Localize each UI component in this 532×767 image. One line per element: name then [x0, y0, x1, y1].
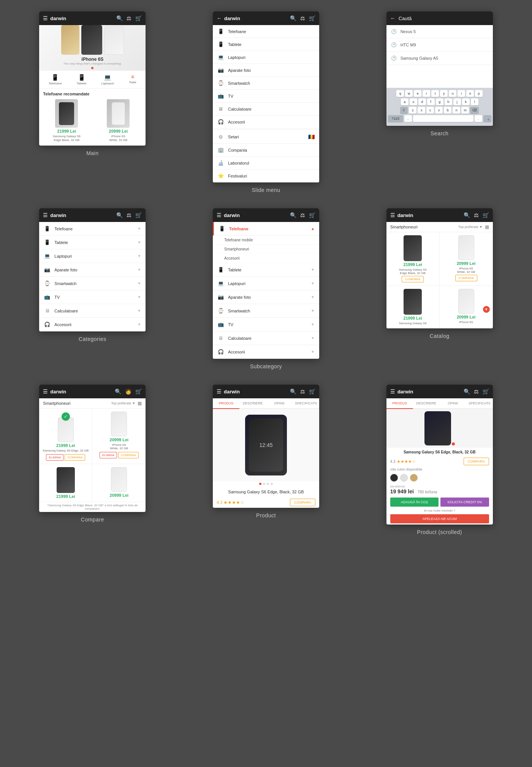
- compare-card-1[interactable]: ✓ 21999 Lei Samsung Galaxy S6 Edge, 32 G…: [39, 409, 92, 464]
- subcat-accesorii[interactable]: 🎧 Accesorii ▼: [213, 345, 319, 359]
- product-compare-btn[interactable]: COMPARA: [290, 499, 315, 506]
- compare-icon-catalog[interactable]: ⚖: [474, 212, 479, 218]
- cat-tab-telefoane[interactable]: 📱 Telefoane: [49, 74, 62, 85]
- menu-item-festivaluri[interactable]: ⭐ Festivaluri: [213, 170, 319, 182]
- compare-card-4[interactable]: 20999 Lei: [92, 464, 146, 502]
- key-shift[interactable]: ⇧: [400, 107, 408, 114]
- key-backspace[interactable]: ⌫: [470, 107, 479, 114]
- subcat-smartwatch[interactable]: ⌚ Smartwatch ▼: [213, 304, 319, 318]
- hamburger-subcategory[interactable]: ☰: [217, 212, 222, 218]
- catalog-card-3[interactable]: 21999 Lei Samsung Galaxy S6: [386, 286, 440, 328]
- add-cart-btn[interactable]: ADAUGĂ ÎN COȘ: [390, 498, 439, 507]
- search-icon-sub[interactable]: 🔍: [290, 212, 296, 218]
- tab-produs-ps[interactable]: PRODUS: [386, 398, 413, 409]
- key-period[interactable]: .: [475, 115, 482, 122]
- hamburger-icon[interactable]: ☰: [43, 15, 48, 21]
- key-l[interactable]: l: [471, 98, 478, 105]
- hamburger-product[interactable]: ☰: [217, 388, 222, 395]
- hamburger-product-scrolled[interactable]: ☰: [390, 388, 395, 395]
- compare-sort[interactable]: Top preferate ▼: [111, 401, 135, 405]
- product-card-1[interactable]: 21999 Lei Samsung Galaxy S6Edge Black, 3…: [42, 99, 91, 143]
- hamburger-catalog[interactable]: ☰: [390, 212, 395, 218]
- key-u[interactable]: u: [449, 90, 456, 97]
- key-d[interactable]: d: [418, 98, 426, 105]
- catalog-grid-icon[interactable]: ▦: [485, 224, 489, 230]
- compare-icon-sub[interactable]: ⚖: [300, 212, 305, 218]
- search-icon-product[interactable]: 🔍: [290, 388, 296, 395]
- key-o[interactable]: o: [466, 90, 474, 97]
- menu-item-setari[interactable]: ⚙ Setari 🇷🇴: [213, 130, 319, 144]
- cart-icon-catalog[interactable]: 🛒: [483, 212, 489, 218]
- key-i[interactable]: i: [458, 90, 465, 97]
- key-b[interactable]: b: [444, 107, 451, 114]
- catalog-card-1[interactable]: 21999 Lei Samsung Galaxy S6Edge Black, 3…: [386, 232, 440, 286]
- key-p[interactable]: p: [475, 90, 483, 97]
- tab-produs[interactable]: PRODUS: [213, 398, 239, 409]
- cat-list-smartwatch[interactable]: ⌚ Smartwatch ▼: [39, 277, 146, 290]
- cat-tab-tablete[interactable]: 📱 Tablete: [77, 74, 87, 85]
- menu-item-compania[interactable]: 🏢 Compania: [213, 144, 319, 157]
- elimina-btn-2[interactable]: ELIMINA: [100, 452, 117, 458]
- cat-list-aparate[interactable]: 📷 Aparate foto ▼: [39, 263, 146, 277]
- sub-item-2[interactable]: Smartphoneuri: [213, 245, 319, 254]
- cart-icon-categories[interactable]: 🛒: [135, 212, 142, 218]
- subcat-laptopuri[interactable]: 💻 Laptopuri ▼: [213, 277, 319, 290]
- color-gold[interactable]: [410, 474, 418, 482]
- call-btn[interactable]: APELEAZA-NE ACUM: [390, 514, 489, 523]
- subcat-tv[interactable]: 📺 TV ▼: [213, 318, 319, 331]
- catalog-card-2[interactable]: 20999 Lei iPhone 6SWhite, 32 GB COMPARA: [440, 232, 493, 286]
- cat-list-telefoane[interactable]: 📱 Telefoane ▼: [39, 222, 146, 236]
- sub-item-1[interactable]: Telefoane mobile: [213, 236, 319, 245]
- tab-opinii[interactable]: OPINII: [266, 398, 293, 408]
- menu-item-laptopuri[interactable]: 💻 Laptopuri: [213, 51, 319, 64]
- key-m[interactable]: m: [461, 107, 469, 114]
- search-back-icon[interactable]: ←: [390, 15, 396, 21]
- key-x[interactable]: x: [418, 107, 425, 114]
- back-arrow-icon[interactable]: ←: [217, 15, 222, 21]
- compare-icon-categories[interactable]: ⚖: [127, 212, 131, 218]
- hamburger-categories[interactable]: ☰: [43, 212, 48, 218]
- compare-icon[interactable]: ⚖: [127, 15, 131, 21]
- catalog-card-4[interactable]: 20999 Lei iPhone 6S ▼: [440, 286, 493, 328]
- menu-item-smartwatch[interactable]: ⌚ Smartwatch: [213, 77, 319, 90]
- sub-item-3[interactable]: Accesorii: [213, 254, 319, 263]
- compare-icon-product[interactable]: ⚖: [300, 388, 305, 395]
- subcat-tablete[interactable]: 📱 Tablete ▼: [213, 263, 319, 277]
- key-s[interactable]: s: [410, 98, 417, 105]
- key-h[interactable]: h: [445, 98, 452, 105]
- tab-opinii-ps[interactable]: OPINII: [440, 398, 466, 408]
- key-k[interactable]: k: [462, 98, 470, 105]
- menu-item-aparate[interactable]: 📷 Aparate foto: [213, 64, 319, 77]
- compare-grid-icon[interactable]: ▦: [138, 401, 142, 406]
- menu-item-accesorii[interactable]: 🎧 Accesorii: [213, 116, 319, 128]
- menu-item-telefoane[interactable]: 📱 Telefoane: [213, 25, 319, 38]
- subcat-active-header[interactable]: 📱 Telefoane ▲: [213, 222, 319, 236]
- key-123[interactable]: ?123: [388, 115, 403, 122]
- catalog-sort[interactable]: Top preferate ▼: [458, 225, 483, 229]
- compare-icon-ps[interactable]: ⚖: [474, 388, 479, 395]
- search-history-nexus[interactable]: 🕐 Nexus 5: [386, 25, 493, 38]
- key-a[interactable]: a: [401, 98, 408, 105]
- cat-tab-toate[interactable]: ≡ Toate: [129, 74, 136, 85]
- compare-icon-menu[interactable]: ⚖: [300, 15, 305, 21]
- tab-specificatii-ps[interactable]: SPECIFICATII: [466, 398, 493, 408]
- key-e[interactable]: e: [414, 90, 421, 97]
- subcat-aparate[interactable]: 📷 Aparate foto ▼: [213, 290, 319, 304]
- key-comma[interactable]: ,: [404, 115, 412, 122]
- search-icon[interactable]: 🔍: [116, 15, 123, 21]
- color-black[interactable]: [390, 474, 398, 482]
- key-t[interactable]: t: [431, 90, 439, 97]
- cat-list-tablete[interactable]: 📱 Tablete ▼: [39, 236, 146, 249]
- elimina-btn-1[interactable]: ELIMINA: [46, 454, 63, 461]
- compara-btn-2[interactable]: COMPARA: [118, 452, 139, 458]
- key-space[interactable]: [413, 115, 473, 122]
- key-j[interactable]: j: [453, 98, 461, 105]
- key-v[interactable]: v: [435, 107, 443, 114]
- compare-icon-compare[interactable]: 🧑: [125, 388, 131, 395]
- search-history-htc[interactable]: 🕐 HTC M9: [386, 38, 493, 52]
- search-icon-menu[interactable]: 🔍: [290, 15, 296, 21]
- key-search[interactable]: 🔍: [483, 115, 491, 122]
- cat-list-tv[interactable]: 📺 TV ▼: [39, 290, 146, 304]
- subcat-calculatoare[interactable]: 🖥 Calculatoare ▼: [213, 331, 319, 345]
- hamburger-compare[interactable]: ☰: [43, 388, 48, 395]
